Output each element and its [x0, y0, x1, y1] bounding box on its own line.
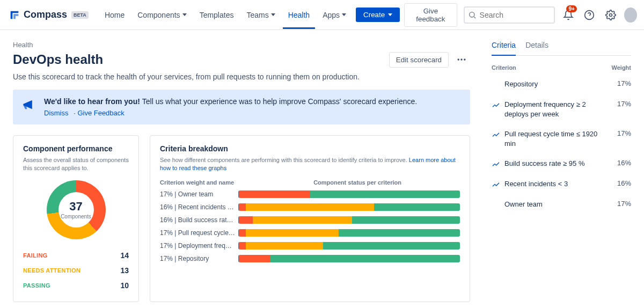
criterion-row: Recent incidents < 316% [492, 174, 631, 194]
criteria-breakdown-card: Criteria breakdown See how different com… [150, 135, 470, 302]
tab-details[interactable]: Details [525, 41, 548, 55]
perf-row: PASSING10 [23, 278, 129, 293]
nav-items: HomeComponentsTemplatesTeamsHealthApps [99, 1, 352, 29]
edit-scorecard-button[interactable]: Edit scorecard [389, 52, 449, 68]
svg-point-5 [458, 58, 459, 60]
breakdown-label: 16% | Build success rate ≥ 95 % [160, 216, 235, 224]
nav-link-components[interactable]: Components [132, 8, 192, 23]
sidebar-tabs: CriteriaDetails [492, 41, 631, 56]
main-column: Health DevOps health Edit scorecard Use … [13, 41, 470, 308]
perf-rows: FAILING14NEEDS ATTENTION13PASSING10 [23, 248, 129, 293]
breadcrumb: Health [13, 41, 470, 49]
breakdown-label: 17% | Owner team [160, 190, 235, 198]
criterion-row: Owner team17% [492, 194, 631, 215]
breakdown-row: 17% | Pull request cycle time... [160, 226, 460, 239]
svg-point-4 [609, 13, 612, 16]
banner-links: Dismiss · Give Feedback [44, 109, 417, 117]
nav-link-teams[interactable]: Teams [241, 8, 280, 23]
breakdown-row: 17% | Owner team [160, 188, 460, 201]
nav-link-templates[interactable]: Templates [194, 8, 239, 23]
breakdown-heading: Criteria breakdown [160, 144, 460, 153]
title-actions: Edit scorecard [389, 51, 470, 68]
criterion-text: Deployment frequency ≥ 2 deploys per wee… [504, 100, 609, 119]
give-feedback-button[interactable]: Give feedback [404, 3, 457, 27]
criterion-text: Owner team [504, 200, 609, 209]
beta-badge: BETA [71, 11, 89, 19]
breakdown-columns: Criterion weight and name Component stat… [160, 179, 460, 186]
perf-row: FAILING14 [23, 248, 129, 263]
more-actions-button[interactable] [453, 51, 470, 68]
breakdown-row: 16% | Recent incidents < 3 [160, 201, 460, 214]
criterion-text: Pull request cycle time ≤ 1920 min [504, 129, 609, 148]
criteria-rows: Repository17%Deployment frequency ≥ 2 de… [492, 74, 631, 215]
search-input[interactable] [464, 6, 555, 24]
chevron-down-icon [182, 13, 187, 16]
help-button[interactable] [582, 6, 597, 24]
breadcrumb-link[interactable]: Health [13, 41, 33, 49]
breakdown-bar [238, 190, 460, 198]
donut-total: 37 [69, 200, 82, 214]
breakdown-row: 16% | Build success rate ≥ 95 % [160, 214, 460, 226]
criterion-weight: 16% [617, 159, 631, 167]
chevron-down-icon [342, 13, 346, 16]
metric-icon [492, 101, 500, 109]
component-performance-card: Component performance Assess the overall… [13, 135, 139, 302]
breakdown-bar [238, 229, 460, 237]
breakdown-bar [238, 255, 460, 262]
more-icon [456, 54, 467, 65]
nav-link-apps[interactable]: Apps [317, 8, 352, 23]
metric-icon [492, 180, 500, 189]
donut-chart: 37 Components [47, 180, 106, 239]
page-title: DevOps health [13, 52, 103, 67]
chevron-down-icon [271, 13, 275, 16]
notifications-button[interactable]: 9+ [561, 6, 576, 24]
tab-criteria[interactable]: Criteria [492, 41, 516, 56]
nav-link-health[interactable]: Health [283, 1, 315, 29]
breakdown-row: 17% | Deployment frequency ≥ ... [160, 239, 460, 252]
settings-button[interactable] [603, 6, 618, 24]
banner-feedback-link[interactable]: Give Feedback [77, 109, 124, 117]
criterion-weight: 17% [617, 100, 631, 108]
search-wrap [464, 6, 555, 24]
nav-right: Give feedback 9+ [404, 3, 637, 27]
cards-row: Component performance Assess the overall… [13, 135, 470, 302]
breakdown-bar [238, 203, 460, 211]
nav-link-home[interactable]: Home [99, 8, 130, 23]
gear-icon [605, 10, 616, 20]
criterion-text: Build success rate ≥ 95 % [504, 159, 609, 168]
top-nav: Compass BETA HomeComponentsTemplatesTeam… [0, 0, 644, 30]
breakdown-rows: 17% | Owner team16% | Recent incidents <… [160, 188, 460, 265]
perf-heading: Component performance [23, 144, 129, 153]
criterion-weight: 16% [617, 179, 631, 187]
breakdown-label: 17% | Repository [160, 255, 235, 262]
metric-icon [492, 160, 500, 168]
perf-sub: Assess the overall status of components … [23, 156, 129, 173]
banner-dismiss-link[interactable]: Dismiss [44, 109, 69, 117]
criterion-row: Pull request cycle time ≤ 1920 min17% [492, 124, 631, 153]
breakdown-label: 16% | Recent incidents < 3 [160, 203, 235, 211]
search-icon [468, 11, 477, 19]
notification-badge: 9+ [566, 5, 576, 12]
banner-title: We'd like to hear from you! Tell us what… [44, 97, 417, 106]
megaphone-icon [21, 97, 36, 112]
breakdown-row: 17% | Repository [160, 252, 460, 265]
metric-icon [492, 130, 500, 139]
svg-point-7 [464, 58, 465, 60]
page-description: Use this scorecard to track the health o… [13, 72, 470, 81]
title-row: DevOps health Edit scorecard [13, 51, 470, 68]
donut-center: 37 Components [47, 180, 106, 239]
chevron-down-icon [388, 13, 392, 16]
perf-row: NEEDS ATTENTION13 [23, 263, 129, 278]
donut-label: Components [61, 214, 91, 219]
brand-logo[interactable]: Compass BETA [9, 9, 89, 21]
criterion-weight: 17% [617, 79, 631, 87]
page: Health DevOps health Edit scorecard Use … [0, 30, 644, 308]
user-avatar[interactable] [624, 8, 637, 23]
breakdown-sub: See how different components are perform… [160, 156, 460, 173]
breakdown-bar [238, 242, 460, 250]
feedback-banner: We'd like to hear from you! Tell us what… [13, 90, 470, 124]
criterion-row: Build success rate ≥ 95 %16% [492, 153, 631, 174]
svg-point-0 [469, 12, 474, 17]
criterion-text: Recent incidents < 3 [504, 179, 609, 189]
create-button[interactable]: Create [356, 8, 400, 22]
